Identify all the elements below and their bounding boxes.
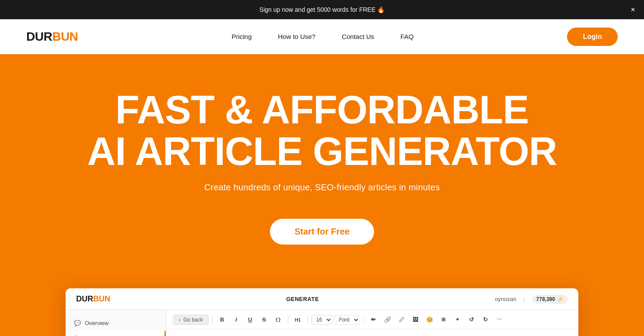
app-sidebar: 💬 Overview ✏️ Generate	[66, 310, 166, 336]
nav-link-pricing[interactable]: Pricing	[231, 33, 252, 40]
toolbar-redo-button[interactable]: ↻	[480, 314, 492, 326]
app-user-area: oynozan | 778,390 ⚡	[495, 295, 568, 304]
go-back-label: Go back	[183, 317, 203, 323]
toolbar-emoji-button[interactable]: 😊	[424, 314, 436, 326]
toolbar-pencil-button[interactable]: ✏	[368, 314, 380, 326]
app-logo: DURBUN	[76, 294, 110, 304]
logo: DURBUN	[26, 30, 78, 44]
toolbar-heading-button[interactable]: H1	[292, 314, 304, 326]
toolbar-special-button[interactable]: ✦	[452, 314, 464, 326]
font-family-select[interactable]: Font	[334, 315, 360, 325]
toolbar-link-button[interactable]: 🔗	[382, 314, 394, 326]
app-content: SEO-FRIENDLY ARTICLE	[166, 329, 578, 336]
sidebar-overview-label: Overview	[85, 320, 108, 326]
toolbar-code-button[interactable]: {}	[272, 314, 284, 326]
app-preview-window: DURBUN GENERATE oynozan | 778,390 ⚡ �	[66, 288, 578, 336]
logo-dur: DUR	[26, 30, 52, 44]
announcement-close-button[interactable]: ×	[630, 6, 635, 14]
app-generate-label: GENERATE	[286, 296, 319, 302]
toolbar-underline-button[interactable]: U	[244, 314, 256, 326]
toolbar-italic-button[interactable]: I	[230, 314, 242, 326]
toolbar-image-button[interactable]: 🖼	[410, 314, 422, 326]
toolbar-bold-button[interactable]: B	[216, 314, 228, 326]
nav-link-faq[interactable]: FAQ	[400, 33, 413, 40]
toolbar-more-button[interactable]: ⋯	[494, 314, 506, 326]
hero-title-line1: FAST & AFFORDABLE	[116, 88, 529, 132]
app-topbar: DURBUN GENERATE oynozan | 778,390 ⚡	[66, 288, 578, 310]
toolbar-divider-2	[288, 315, 288, 324]
font-size-select[interactable]: 16 14 18	[312, 315, 332, 325]
sidebar-item-generate[interactable]: ✏️ Generate	[66, 331, 166, 336]
hero-title-line2: AI ARTICLE GENERATOR	[87, 130, 556, 173]
announcement-bar: Sign up now and get 5000 words for FREE …	[0, 0, 644, 19]
toolbar-divider-3	[308, 315, 308, 324]
toolbar-divider-4	[364, 315, 364, 324]
toolbar-table-button[interactable]: ⊞	[438, 314, 450, 326]
hero-section: FAST & AFFORDABLE AI ARTICLE GENERATOR C…	[0, 54, 644, 336]
login-button[interactable]: Login	[567, 28, 618, 46]
words-icon: ⚡	[557, 296, 564, 302]
announcement-text: Sign up now and get 5000 words for FREE …	[259, 6, 385, 13]
toolbar-strikethrough-button[interactable]: S	[258, 314, 270, 326]
logo-bun: BUN	[52, 30, 78, 44]
hero-cta-button[interactable]: Start for Free	[270, 219, 374, 245]
app-logo-dur: DUR	[76, 294, 93, 303]
chevron-left-icon: ‹	[179, 317, 181, 323]
app-logo-bun: BUN	[93, 294, 110, 303]
hero-title: FAST & AFFORDABLE AI ARTICLE GENERATOR	[87, 89, 556, 172]
app-toolbar: ‹ Go back B I U S {} H1 16	[166, 310, 578, 329]
words-count: 778,390	[536, 296, 555, 302]
go-back-button[interactable]: ‹ Go back	[173, 315, 209, 325]
overview-icon: 💬	[74, 320, 80, 326]
nav-link-how-to-use[interactable]: How to Use?	[278, 33, 315, 40]
app-body: 💬 Overview ✏️ Generate ‹ Go back	[66, 310, 578, 336]
navbar: DURBUN Pricing How to Use? Contact Us FA…	[0, 19, 644, 54]
app-words-badge: 778,390 ⚡	[532, 295, 568, 304]
nav-links: Pricing How to Use? Contact Us FAQ	[231, 33, 413, 41]
nav-link-contact-us[interactable]: Contact Us	[342, 33, 374, 40]
hero-subtitle: Create hundreds of unique, SEO-friendly …	[204, 182, 440, 192]
toolbar-divider-1	[212, 315, 213, 324]
app-username: oynozan	[495, 296, 516, 302]
toolbar-undo-button[interactable]: ↺	[466, 314, 478, 326]
sidebar-item-overview[interactable]: 💬 Overview	[66, 315, 166, 331]
toolbar-unlink-button[interactable]: ⛓‍💥	[396, 314, 408, 326]
app-main: ‹ Go back B I U S {} H1 16	[166, 310, 578, 336]
